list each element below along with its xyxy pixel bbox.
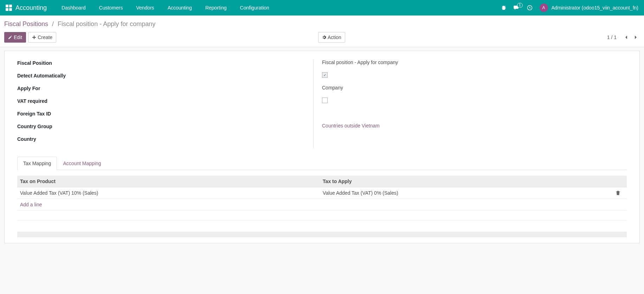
user-name: Administrator (odoo15_viin_account_fn) bbox=[552, 5, 638, 11]
messages-icon[interactable]: 1 bbox=[514, 5, 520, 11]
action-button[interactable]: Action bbox=[318, 32, 345, 43]
label-detect-auto: Detect Automatically bbox=[17, 72, 80, 79]
label-foreign-tax-id: Foreign Tax ID bbox=[17, 110, 80, 117]
pager-next[interactable] bbox=[632, 33, 640, 41]
form-sheet: Fiscal Position Detect Automatically App… bbox=[4, 51, 640, 243]
nav-dashboard[interactable]: Dashboard bbox=[56, 5, 91, 11]
nav-vendors[interactable]: Vendors bbox=[130, 5, 160, 11]
pager-prev[interactable] bbox=[622, 33, 630, 41]
apps-icon[interactable] bbox=[6, 5, 12, 11]
tab-account-mapping[interactable]: Account Mapping bbox=[57, 157, 107, 170]
value-apply-for: Company bbox=[322, 85, 343, 90]
nav-reporting[interactable]: Reporting bbox=[200, 5, 232, 11]
control-panel: Edit Create Action 1 / 1 bbox=[0, 30, 644, 47]
breadcrumb-current: Fiscal position - Apply for company bbox=[58, 20, 155, 27]
label-fiscal-position: Fiscal Position bbox=[17, 60, 80, 66]
col-tax-to-apply: Tax to Apply bbox=[320, 176, 613, 187]
label-vat-required: VAT required bbox=[17, 98, 80, 104]
table-row[interactable]: Value Added Tax (VAT) 10% (Sales) Value … bbox=[17, 187, 627, 199]
messages-badge: 1 bbox=[517, 3, 523, 8]
label-apply-for: Apply For bbox=[17, 85, 80, 91]
checkbox-vat-required bbox=[322, 98, 328, 103]
breadcrumb-parent[interactable]: Fiscal Positions bbox=[4, 20, 48, 27]
cell-tax-to-apply: Value Added Tax (VAT) 0% (Sales) bbox=[320, 187, 613, 199]
label-country: Country bbox=[17, 136, 80, 142]
add-line-link[interactable]: Add a line bbox=[20, 202, 42, 207]
chevron-left-icon bbox=[624, 35, 628, 40]
cell-tax-on-product: Value Added Tax (VAT) 10% (Sales) bbox=[17, 187, 320, 199]
app-brand[interactable]: Accounting bbox=[15, 4, 47, 12]
value-country-group[interactable]: Countries outside Vietnam bbox=[322, 123, 380, 129]
tab-tax-mapping[interactable]: Tax Mapping bbox=[17, 157, 57, 170]
pencil-icon bbox=[8, 35, 12, 39]
pager-text: 1 / 1 bbox=[607, 35, 617, 40]
form-background: Fiscal Position Detect Automatically App… bbox=[0, 47, 644, 247]
value-fiscal-position: Fiscal position - Apply for company bbox=[322, 60, 398, 65]
edit-button[interactable]: Edit bbox=[4, 32, 26, 43]
nav-customers[interactable]: Customers bbox=[94, 5, 129, 11]
chevron-right-icon bbox=[634, 35, 638, 40]
plus-icon bbox=[32, 35, 36, 39]
breadcrumb: Fiscal Positions / Fiscal position - App… bbox=[0, 15, 644, 30]
navbar-right: 1 A Administrator (odoo15_viin_account_f… bbox=[501, 4, 638, 12]
user-menu[interactable]: A Administrator (odoo15_viin_account_fn) bbox=[540, 4, 638, 12]
tax-mapping-table: Tax on Product Tax to Apply Value Added … bbox=[17, 176, 627, 220]
activities-icon[interactable] bbox=[527, 5, 533, 11]
create-button[interactable]: Create bbox=[28, 32, 56, 43]
navbar-left: Accounting Dashboard Customers Vendors A… bbox=[6, 4, 501, 12]
debug-icon[interactable] bbox=[501, 5, 507, 11]
avatar: A bbox=[540, 4, 548, 12]
col-actions bbox=[613, 176, 627, 187]
trash-icon[interactable] bbox=[616, 190, 624, 195]
gear-icon bbox=[322, 35, 326, 39]
checkbox-detect-auto: ✓ bbox=[322, 72, 328, 78]
tabs: Tax Mapping Account Mapping bbox=[17, 157, 627, 170]
nav-configuration[interactable]: Configuration bbox=[234, 5, 275, 11]
col-tax-on-product: Tax on Product bbox=[17, 176, 320, 187]
bottom-bar bbox=[17, 232, 627, 237]
breadcrumb-separator: / bbox=[52, 20, 54, 27]
nav-accounting[interactable]: Accounting bbox=[162, 5, 198, 11]
label-country-group: Country Group bbox=[17, 123, 80, 129]
main-navbar: Accounting Dashboard Customers Vendors A… bbox=[0, 0, 644, 15]
